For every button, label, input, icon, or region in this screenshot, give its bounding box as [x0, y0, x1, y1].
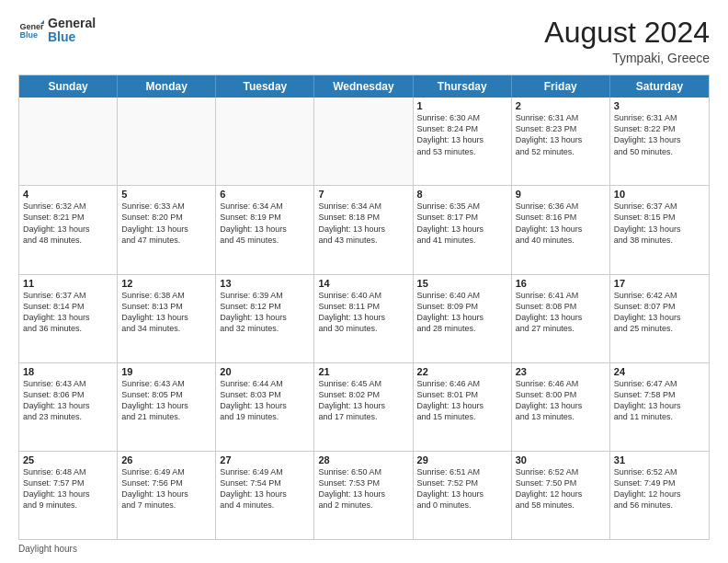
cell-info: Sunrise: 6:34 AM Sunset: 8:18 PM Dayligh… [318, 201, 408, 246]
day-number: 3 [614, 100, 705, 111]
cell-info: Sunrise: 6:49 AM Sunset: 7:54 PM Dayligh… [220, 466, 310, 511]
cell-info: Sunrise: 6:40 AM Sunset: 8:11 PM Dayligh… [318, 290, 408, 335]
day-number: 26 [121, 454, 211, 465]
calendar-row-4: 18Sunrise: 6:43 AM Sunset: 8:06 PM Dayli… [19, 362, 709, 451]
calendar-cell: 25Sunrise: 6:48 AM Sunset: 7:57 PM Dayli… [19, 452, 118, 539]
calendar-cell: 6Sunrise: 6:34 AM Sunset: 8:19 PM Daylig… [216, 186, 314, 273]
cell-info: Sunrise: 6:48 AM Sunset: 7:57 PM Dayligh… [23, 466, 113, 511]
calendar-row-2: 4Sunrise: 6:32 AM Sunset: 8:21 PM Daylig… [19, 185, 709, 273]
calendar-cell: 5Sunrise: 6:33 AM Sunset: 8:20 PM Daylig… [118, 186, 216, 273]
day-number: 12 [121, 278, 211, 289]
cell-info: Sunrise: 6:50 AM Sunset: 7:53 PM Dayligh… [318, 466, 408, 511]
calendar-cell: 15Sunrise: 6:40 AM Sunset: 8:09 PM Dayli… [414, 275, 512, 362]
calendar-cell [216, 98, 314, 185]
day-number: 17 [614, 278, 705, 289]
cell-info: Sunrise: 6:33 AM Sunset: 8:20 PM Dayligh… [121, 201, 211, 246]
cell-info: Sunrise: 6:51 AM Sunset: 7:52 PM Dayligh… [417, 466, 507, 511]
calendar-row-5: 25Sunrise: 6:48 AM Sunset: 7:57 PM Dayli… [19, 451, 709, 539]
calendar-cell: 9Sunrise: 6:36 AM Sunset: 8:16 PM Daylig… [512, 186, 610, 273]
cell-info: Sunrise: 6:37 AM Sunset: 8:14 PM Dayligh… [23, 290, 113, 335]
day-header-saturday: Saturday [610, 75, 709, 98]
cell-info: Sunrise: 6:46 AM Sunset: 8:00 PM Dayligh… [516, 378, 606, 423]
day-number: 9 [516, 189, 606, 200]
cell-info: Sunrise: 6:43 AM Sunset: 8:06 PM Dayligh… [23, 378, 113, 423]
title-block: August 2024 Tympaki, Greece [544, 17, 710, 65]
calendar-row-3: 11Sunrise: 6:37 AM Sunset: 8:14 PM Dayli… [19, 274, 709, 362]
day-number: 23 [516, 366, 606, 377]
day-header-monday: Monday [118, 75, 216, 98]
logo-blue: Blue [48, 30, 96, 44]
header: General Blue General Blue August 2024 Ty… [18, 17, 710, 65]
cell-info: Sunrise: 6:31 AM Sunset: 8:22 PM Dayligh… [614, 112, 705, 157]
day-number: 10 [614, 189, 705, 200]
day-header-wednesday: Wednesday [314, 75, 413, 98]
day-header-sunday: Sunday [19, 75, 118, 98]
cell-info: Sunrise: 6:43 AM Sunset: 8:05 PM Dayligh… [121, 378, 211, 423]
svg-text:Blue: Blue [19, 31, 38, 40]
calendar: SundayMondayTuesdayWednesdayThursdayFrid… [18, 75, 710, 540]
calendar-cell: 31Sunrise: 6:52 AM Sunset: 7:49 PM Dayli… [610, 452, 709, 539]
calendar-cell [19, 98, 118, 185]
calendar-cell: 7Sunrise: 6:34 AM Sunset: 8:18 PM Daylig… [314, 186, 413, 273]
day-number: 27 [220, 454, 310, 465]
calendar-cell: 8Sunrise: 6:35 AM Sunset: 8:17 PM Daylig… [414, 186, 512, 273]
cell-info: Sunrise: 6:30 AM Sunset: 8:24 PM Dayligh… [417, 112, 507, 157]
calendar-cell: 20Sunrise: 6:44 AM Sunset: 8:03 PM Dayli… [216, 363, 314, 451]
cell-info: Sunrise: 6:37 AM Sunset: 8:15 PM Dayligh… [614, 201, 705, 246]
day-number: 8 [417, 189, 507, 200]
calendar-cell: 16Sunrise: 6:41 AM Sunset: 8:08 PM Dayli… [512, 275, 610, 362]
day-number: 7 [318, 189, 408, 200]
calendar-body: 1Sunrise: 6:30 AM Sunset: 8:24 PM Daylig… [19, 98, 709, 539]
day-number: 6 [220, 189, 310, 200]
day-number: 13 [220, 278, 310, 289]
day-number: 24 [614, 366, 705, 377]
calendar-cell: 18Sunrise: 6:43 AM Sunset: 8:06 PM Dayli… [19, 363, 118, 451]
calendar-cell: 1Sunrise: 6:30 AM Sunset: 8:24 PM Daylig… [414, 98, 512, 185]
day-number: 28 [318, 454, 408, 465]
calendar-cell: 28Sunrise: 6:50 AM Sunset: 7:53 PM Dayli… [314, 452, 413, 539]
day-header-thursday: Thursday [414, 75, 512, 98]
cell-info: Sunrise: 6:52 AM Sunset: 7:50 PM Dayligh… [516, 466, 606, 511]
calendar-header: SundayMondayTuesdayWednesdayThursdayFrid… [19, 75, 709, 98]
location: Tympaki, Greece [544, 51, 710, 65]
cell-info: Sunrise: 6:34 AM Sunset: 8:19 PM Dayligh… [220, 201, 310, 246]
day-number: 11 [23, 278, 113, 289]
cell-info: Sunrise: 6:45 AM Sunset: 8:02 PM Dayligh… [318, 378, 408, 423]
calendar-cell: 30Sunrise: 6:52 AM Sunset: 7:50 PM Dayli… [512, 452, 610, 539]
footer-note: Daylight hours [18, 544, 710, 554]
cell-info: Sunrise: 6:38 AM Sunset: 8:13 PM Dayligh… [121, 290, 211, 335]
calendar-cell: 14Sunrise: 6:40 AM Sunset: 8:11 PM Dayli… [314, 275, 413, 362]
day-number: 19 [121, 366, 211, 377]
calendar-cell: 12Sunrise: 6:38 AM Sunset: 8:13 PM Dayli… [118, 275, 216, 362]
cell-info: Sunrise: 6:36 AM Sunset: 8:16 PM Dayligh… [516, 201, 606, 246]
day-number: 20 [220, 366, 310, 377]
cell-info: Sunrise: 6:49 AM Sunset: 7:56 PM Dayligh… [121, 466, 211, 511]
calendar-row-1: 1Sunrise: 6:30 AM Sunset: 8:24 PM Daylig… [19, 98, 709, 185]
calendar-cell: 21Sunrise: 6:45 AM Sunset: 8:02 PM Dayli… [314, 363, 413, 451]
calendar-cell: 22Sunrise: 6:46 AM Sunset: 8:01 PM Dayli… [414, 363, 512, 451]
logo-general: General [48, 17, 96, 30]
calendar-cell: 4Sunrise: 6:32 AM Sunset: 8:21 PM Daylig… [19, 186, 118, 273]
month-year: August 2024 [544, 17, 710, 49]
cell-info: Sunrise: 6:47 AM Sunset: 7:58 PM Dayligh… [614, 378, 705, 423]
calendar-cell: 29Sunrise: 6:51 AM Sunset: 7:52 PM Dayli… [414, 452, 512, 539]
svg-text:General: General [19, 22, 44, 31]
day-number: 15 [417, 278, 507, 289]
day-number: 16 [516, 278, 606, 289]
logo: General Blue General Blue [18, 17, 96, 45]
day-number: 5 [121, 189, 211, 200]
cell-info: Sunrise: 6:42 AM Sunset: 8:07 PM Dayligh… [614, 290, 705, 335]
day-number: 29 [417, 454, 507, 465]
calendar-cell: 26Sunrise: 6:49 AM Sunset: 7:56 PM Dayli… [118, 452, 216, 539]
cell-info: Sunrise: 6:41 AM Sunset: 8:08 PM Dayligh… [516, 290, 606, 335]
day-number: 14 [318, 278, 408, 289]
logo-icon: General Blue [18, 17, 44, 43]
calendar-cell: 3Sunrise: 6:31 AM Sunset: 8:22 PM Daylig… [610, 98, 709, 185]
calendar-cell: 23Sunrise: 6:46 AM Sunset: 8:00 PM Dayli… [512, 363, 610, 451]
calendar-cell [118, 98, 216, 185]
day-number: 1 [417, 100, 507, 111]
cell-info: Sunrise: 6:31 AM Sunset: 8:23 PM Dayligh… [516, 112, 606, 157]
calendar-cell [314, 98, 413, 185]
cell-info: Sunrise: 6:40 AM Sunset: 8:09 PM Dayligh… [417, 290, 507, 335]
day-number: 21 [318, 366, 408, 377]
